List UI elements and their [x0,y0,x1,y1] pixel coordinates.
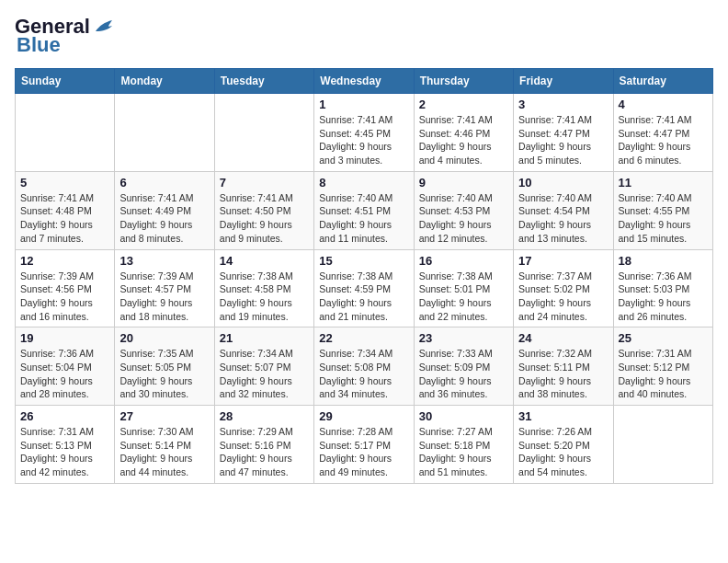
day-info: Sunrise: 7:30 AM Sunset: 5:14 PM Dayligh… [119,425,209,479]
logo: General Blue [15,15,119,57]
day-cell [16,94,115,172]
day-cell: 4Sunrise: 7:41 AM Sunset: 4:47 PM Daylig… [613,94,712,172]
day-cell: 28Sunrise: 7:29 AM Sunset: 5:16 PM Dayli… [214,406,313,484]
day-info: Sunrise: 7:38 AM Sunset: 5:01 PM Dayligh… [419,270,508,324]
day-number: 26 [20,409,109,423]
day-info: Sunrise: 7:39 AM Sunset: 4:56 PM Dayligh… [20,270,109,324]
day-number: 3 [518,98,608,111]
day-cell: 31Sunrise: 7:26 AM Sunset: 5:20 PM Dayli… [514,406,613,484]
day-info: Sunrise: 7:41 AM Sunset: 4:49 PM Dayligh… [119,191,209,246]
day-number: 12 [20,254,109,268]
day-info: Sunrise: 7:41 AM Sunset: 4:47 PM Dayligh… [518,113,608,167]
day-number: 25 [619,331,708,345]
day-info: Sunrise: 7:31 AM Sunset: 5:13 PM Dayligh… [20,425,109,479]
day-info: Sunrise: 7:32 AM Sunset: 5:11 PM Dayligh… [518,347,608,401]
day-cell: 10Sunrise: 7:40 AM Sunset: 4:54 PM Dayli… [514,171,613,249]
day-number: 13 [119,254,209,268]
day-cell: 27Sunrise: 7:30 AM Sunset: 5:14 PM Dayli… [115,406,214,484]
day-info: Sunrise: 7:40 AM Sunset: 4:51 PM Dayligh… [319,191,408,246]
day-cell: 13Sunrise: 7:39 AM Sunset: 4:57 PM Dayli… [115,249,214,327]
day-cell [115,94,214,172]
day-number: 9 [419,176,508,190]
day-cell: 25Sunrise: 7:31 AM Sunset: 5:12 PM Dayli… [613,327,712,406]
day-info: Sunrise: 7:41 AM Sunset: 4:46 PM Dayligh… [419,113,508,167]
day-info: Sunrise: 7:40 AM Sunset: 4:54 PM Dayligh… [518,191,608,246]
day-info: Sunrise: 7:29 AM Sunset: 5:16 PM Dayligh… [220,425,309,479]
day-number: 23 [419,331,508,345]
day-info: Sunrise: 7:36 AM Sunset: 5:03 PM Dayligh… [619,270,708,324]
logo-bird-icon [94,18,119,35]
day-info: Sunrise: 7:40 AM Sunset: 4:53 PM Dayligh… [419,191,508,246]
day-cell: 3Sunrise: 7:41 AM Sunset: 4:47 PM Daylig… [514,94,613,172]
day-cell: 22Sunrise: 7:34 AM Sunset: 5:08 PM Dayli… [314,327,414,406]
day-info: Sunrise: 7:41 AM Sunset: 4:45 PM Dayligh… [319,113,408,167]
day-number: 4 [619,98,708,111]
day-cell: 5Sunrise: 7:41 AM Sunset: 4:48 PM Daylig… [16,171,115,249]
day-cell: 2Sunrise: 7:41 AM Sunset: 4:46 PM Daylig… [414,94,513,172]
day-cell: 19Sunrise: 7:36 AM Sunset: 5:04 PM Dayli… [16,327,115,406]
day-cell: 26Sunrise: 7:31 AM Sunset: 5:13 PM Dayli… [16,406,115,484]
day-number: 8 [319,176,408,190]
day-number: 28 [220,409,309,423]
day-cell: 23Sunrise: 7:33 AM Sunset: 5:09 PM Dayli… [414,327,513,406]
day-number: 24 [518,331,608,345]
day-cell: 12Sunrise: 7:39 AM Sunset: 4:56 PM Dayli… [16,249,115,327]
day-number: 14 [220,254,309,268]
day-number: 31 [518,409,608,423]
day-header-monday: Monday [115,69,214,94]
day-info: Sunrise: 7:27 AM Sunset: 5:18 PM Dayligh… [419,425,508,479]
day-info: Sunrise: 7:34 AM Sunset: 5:07 PM Dayligh… [220,347,309,401]
day-cell: 30Sunrise: 7:27 AM Sunset: 5:18 PM Dayli… [414,406,513,484]
logo-blue: Blue [15,33,61,57]
day-info: Sunrise: 7:41 AM Sunset: 4:47 PM Dayligh… [619,113,708,167]
day-cell [214,94,313,172]
day-cell: 6Sunrise: 7:41 AM Sunset: 4:49 PM Daylig… [115,171,214,249]
day-cell: 29Sunrise: 7:28 AM Sunset: 5:17 PM Dayli… [314,406,414,484]
day-header-wednesday: Wednesday [314,69,414,94]
page-header: General Blue [15,15,713,57]
day-info: Sunrise: 7:38 AM Sunset: 4:58 PM Dayligh… [220,270,309,324]
day-cell: 16Sunrise: 7:38 AM Sunset: 5:01 PM Dayli… [414,249,513,327]
day-number: 21 [220,331,309,345]
day-info: Sunrise: 7:37 AM Sunset: 5:02 PM Dayligh… [518,270,608,324]
day-number: 6 [119,176,209,190]
week-row-5: 26Sunrise: 7:31 AM Sunset: 5:13 PM Dayli… [16,406,713,484]
week-row-2: 5Sunrise: 7:41 AM Sunset: 4:48 PM Daylig… [16,171,713,249]
day-header-sunday: Sunday [16,69,115,94]
day-cell [613,406,712,484]
day-info: Sunrise: 7:36 AM Sunset: 5:04 PM Dayligh… [20,347,109,401]
day-number: 17 [518,254,608,268]
day-number: 16 [419,254,508,268]
day-header-thursday: Thursday [414,69,513,94]
day-number: 19 [20,331,109,345]
day-info: Sunrise: 7:41 AM Sunset: 4:50 PM Dayligh… [220,191,309,246]
day-info: Sunrise: 7:39 AM Sunset: 4:57 PM Dayligh… [119,270,209,324]
day-number: 18 [619,254,708,268]
day-cell: 20Sunrise: 7:35 AM Sunset: 5:05 PM Dayli… [115,327,214,406]
day-info: Sunrise: 7:26 AM Sunset: 5:20 PM Dayligh… [518,425,608,479]
day-cell: 17Sunrise: 7:37 AM Sunset: 5:02 PM Dayli… [514,249,613,327]
day-info: Sunrise: 7:31 AM Sunset: 5:12 PM Dayligh… [619,347,708,401]
day-cell: 24Sunrise: 7:32 AM Sunset: 5:11 PM Dayli… [514,327,613,406]
day-number: 1 [319,98,408,111]
day-header-saturday: Saturday [613,69,712,94]
day-number: 5 [20,176,109,190]
day-info: Sunrise: 7:41 AM Sunset: 4:48 PM Dayligh… [20,191,109,246]
day-number: 27 [119,409,209,423]
day-header-friday: Friday [514,69,613,94]
day-header-tuesday: Tuesday [214,69,313,94]
day-cell: 18Sunrise: 7:36 AM Sunset: 5:03 PM Dayli… [613,249,712,327]
week-row-1: 1Sunrise: 7:41 AM Sunset: 4:45 PM Daylig… [16,94,713,172]
day-cell: 11Sunrise: 7:40 AM Sunset: 4:55 PM Dayli… [613,171,712,249]
day-number: 22 [319,331,408,345]
day-number: 2 [419,98,508,111]
day-cell: 8Sunrise: 7:40 AM Sunset: 4:51 PM Daylig… [314,171,414,249]
day-cell: 7Sunrise: 7:41 AM Sunset: 4:50 PM Daylig… [214,171,313,249]
day-info: Sunrise: 7:28 AM Sunset: 5:17 PM Dayligh… [319,425,408,479]
day-info: Sunrise: 7:35 AM Sunset: 5:05 PM Dayligh… [119,347,209,401]
day-info: Sunrise: 7:33 AM Sunset: 5:09 PM Dayligh… [419,347,508,401]
days-header-row: SundayMondayTuesdayWednesdayThursdayFrid… [16,69,713,94]
week-row-4: 19Sunrise: 7:36 AM Sunset: 5:04 PM Dayli… [16,327,713,406]
day-number: 7 [220,176,309,190]
day-cell: 1Sunrise: 7:41 AM Sunset: 4:45 PM Daylig… [314,94,414,172]
